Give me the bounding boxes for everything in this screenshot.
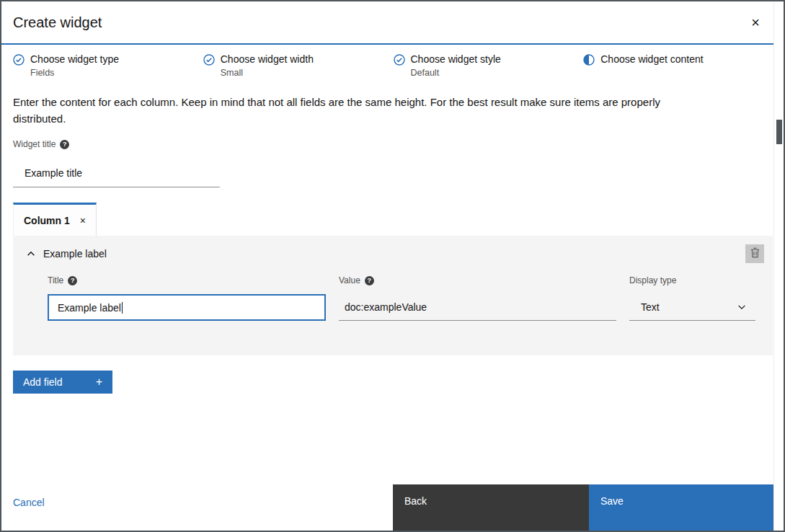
progress-step-width[interactable]: Choose widget width Small [203, 53, 394, 78]
save-button[interactable]: Save [589, 484, 773, 531]
value-input-value: doc:exampleValue [345, 301, 427, 313]
step-current-icon [583, 54, 595, 66]
field-display-type-group: Display type Text [629, 276, 755, 321]
delete-field-button[interactable] [745, 244, 764, 263]
add-icon: + [96, 376, 102, 388]
step-complete-icon [13, 54, 25, 66]
step-sublabel: Fields [30, 68, 119, 78]
field-section-label: Example label [43, 248, 107, 260]
step-sublabel: Default [411, 68, 501, 78]
modal-footer: Cancel Back Save [1, 484, 773, 531]
field-value-group: Value ? doc:exampleValue [339, 276, 616, 321]
display-type-select[interactable]: Text [629, 294, 755, 321]
progress-indicator: Choose widget type Fields Choose widget … [1, 45, 773, 78]
widget-title-input[interactable] [13, 159, 220, 187]
help-icon[interactable]: ? [365, 276, 374, 285]
step-sublabel [600, 68, 703, 78]
tab-close-icon[interactable]: × [80, 216, 86, 226]
value-label-row: Value ? [339, 276, 616, 285]
scrollbar-thumb[interactable] [776, 120, 782, 144]
field-title-group: Title ? Example label [48, 276, 326, 321]
close-button[interactable]: × [743, 10, 768, 35]
title-label-row: Title ? [48, 276, 326, 285]
close-icon: × [751, 14, 760, 30]
description-text: Enter the content for each column. Keep … [13, 94, 716, 127]
title-input-value: Example label [58, 302, 121, 314]
modal-title: Create widget [13, 14, 762, 31]
progress-step-style[interactable]: Choose widget style Default [394, 53, 584, 78]
step-complete-icon [394, 54, 405, 66]
widget-title-label-row: Widget title ? [13, 140, 762, 149]
collapse-chevron-up-icon[interactable] [26, 249, 36, 259]
step-text: Choose widget content [600, 53, 703, 78]
step-label: Choose widget style [411, 53, 501, 65]
back-button[interactable]: Back [393, 484, 589, 531]
add-field-label: Add field [23, 376, 62, 388]
progress-step-type[interactable]: Choose widget type Fields [13, 53, 203, 78]
help-icon[interactable]: ? [60, 140, 69, 149]
step-text: Choose widget style Default [411, 53, 501, 78]
widget-title-label: Widget title [13, 140, 56, 149]
app-window: Create widget × Choose widget type Field… [0, 0, 785, 532]
text-caret [122, 302, 123, 314]
step-text: Choose widget type Fields [30, 53, 119, 78]
tab-bar: Column 1 × [13, 203, 762, 236]
display-type-label-row: Display type [629, 276, 755, 285]
step-text: Choose widget width Small [221, 53, 314, 78]
step-sublabel: Small [221, 68, 314, 78]
trash-icon [750, 247, 760, 260]
value-input[interactable]: doc:exampleValue [339, 294, 616, 321]
help-icon[interactable]: ? [68, 276, 77, 285]
value-label: Value [339, 276, 360, 285]
tab-label: Column 1 [24, 215, 70, 226]
modal-header: Create widget × [1, 1, 773, 45]
step-complete-icon [203, 54, 215, 66]
step-label: Choose widget content [600, 53, 703, 65]
step-label: Choose widget type [30, 53, 119, 65]
field-panel: Example label Title ? Example label [13, 236, 773, 355]
progress-step-content[interactable]: Choose widget content [583, 53, 773, 78]
add-field-button[interactable]: Add field + [13, 371, 112, 394]
widget-title-group: Widget title ? [13, 140, 762, 187]
field-row: Title ? Example label Value ? doc:exampl… [13, 276, 773, 321]
title-label: Title [48, 276, 63, 285]
step-label: Choose widget width [221, 53, 314, 65]
title-input[interactable]: Example label [48, 294, 326, 321]
create-widget-modal: Create widget × Choose widget type Field… [1, 1, 773, 531]
display-type-value: Text [641, 301, 660, 313]
cancel-link[interactable]: Cancel [13, 497, 45, 508]
field-panel-header: Example label [13, 236, 773, 263]
chevron-down-icon [737, 302, 747, 312]
display-type-label: Display type [629, 276, 676, 285]
scrollbar[interactable] [773, 1, 784, 531]
tab-column-1[interactable]: Column 1 × [13, 203, 97, 236]
